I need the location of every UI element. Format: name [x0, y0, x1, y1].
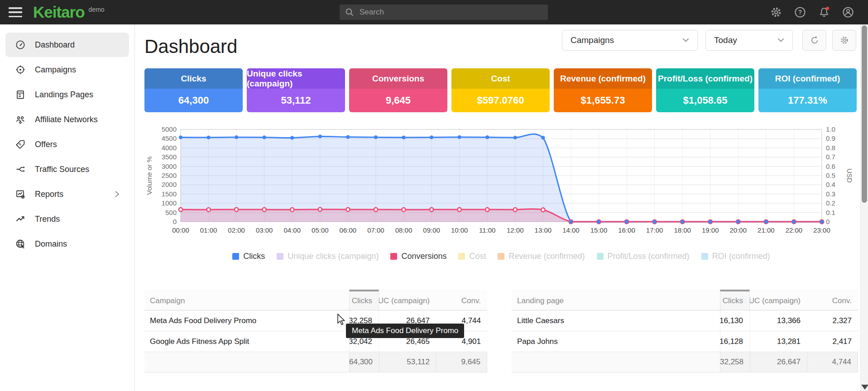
menu-icon[interactable] [9, 7, 22, 17]
dashboard-settings-button[interactable] [832, 30, 856, 51]
svg-text:09:00: 09:00 [423, 226, 440, 234]
svg-text:0: 0 [173, 218, 177, 225]
column-header-clicks[interactable]: Clicks [349, 290, 379, 310]
sidebar-item-label: Reports [35, 190, 63, 199]
scrollbar-thumb[interactable] [862, 25, 867, 203]
stat-card-roi: ROI (confirmed) 177.31% [758, 68, 857, 112]
people-icon [15, 114, 26, 125]
page: Keitaro demo ? [0, 0, 868, 391]
svg-text:0.1: 0.1 [826, 209, 835, 216]
search-bar[interactable] [340, 5, 548, 20]
table-header-row: Landing pageClicksUC (campaign)Conv. [512, 290, 858, 310]
topbar: Keitaro demo ? [0, 0, 868, 24]
sidebar-item-offers[interactable]: S Offers [5, 132, 129, 157]
column-header-conv[interactable]: Conv. [807, 290, 858, 310]
legend-label: ROI (confirmed) [712, 252, 770, 261]
legend-label: Clicks [243, 252, 265, 261]
svg-text:3000: 3000 [162, 162, 177, 170]
target-icon [15, 64, 26, 75]
legend-label: Cost [469, 252, 486, 261]
column-header-clicks[interactable]: Clicks [720, 290, 750, 310]
svg-text:0.7: 0.7 [826, 153, 835, 161]
refresh-icon [809, 35, 820, 46]
svg-text:1000: 1000 [162, 199, 177, 207]
svg-text:16:00: 16:00 [618, 226, 635, 234]
stat-card-value: 177.31% [758, 89, 857, 112]
column-header-uc-campaign[interactable]: UC (campaign) [379, 290, 436, 310]
help-icon[interactable]: ? [794, 6, 806, 19]
table-row[interactable]: Little Caesars16,13013,3662,327 [512, 310, 858, 331]
sidebar-item-campaigns[interactable]: Campaigns [5, 57, 129, 82]
totals-value-cell: 32,258 [720, 352, 750, 372]
scrollbar[interactable] [860, 24, 868, 391]
svg-text:17:00: 17:00 [646, 226, 663, 234]
totals-value-cell: 53,112 [379, 352, 436, 372]
landing-pages-table: Landing pageClicksUC (campaign)Conv.Litt… [512, 290, 858, 372]
table-row[interactable]: Papa Johns16,12813,2812,417 [512, 331, 858, 352]
svg-text:?: ? [798, 9, 802, 16]
column-header-conv[interactable]: Conv. [436, 290, 487, 310]
notifications-icon[interactable] [818, 6, 830, 19]
row-name-cell[interactable]: Meta Ads Food Delivery Promo [144, 310, 349, 331]
y-axis-right-label: USD [846, 168, 854, 183]
svg-text:11:00: 11:00 [479, 226, 495, 234]
svg-text:0.3: 0.3 [826, 190, 835, 198]
stat-card-revenue: Revenue (confirmed) $1,655.73 [554, 68, 652, 112]
refresh-button[interactable] [802, 30, 826, 51]
stat-card-label: Revenue (confirmed) [554, 68, 652, 89]
totals-value-cell: 64,300 [349, 352, 379, 372]
sidebar-item-label: Offers [35, 140, 57, 149]
legend-item-revenue-confirmed[interactable]: Revenue (confirmed) [498, 252, 585, 261]
row-name-cell[interactable]: Papa Johns [512, 331, 720, 352]
stat-card-value: 9,645 [349, 89, 447, 112]
totals-value-cell: 4,744 [807, 352, 858, 372]
app-logo[interactable]: Keitaro [33, 3, 85, 21]
legend-item-unique-clicks-campaign[interactable]: Unique clicks (campaign) [277, 252, 379, 261]
column-header-name[interactable]: Campaign [144, 290, 349, 310]
sidebar-item-dashboard[interactable]: Dashboard [5, 33, 129, 57]
totals-empty-cell [512, 352, 720, 372]
row-name-cell[interactable]: Google Ads Fitness App Split [144, 331, 349, 352]
legend-item-roi-confirmed[interactable]: ROI (confirmed) [701, 252, 770, 261]
stat-card-label: Cost [451, 68, 550, 89]
search-input[interactable] [360, 8, 532, 17]
settings-icon[interactable] [770, 6, 782, 19]
sidebar-item-traffic-sources[interactable]: Traffic Sources [5, 157, 129, 181]
search-icon [345, 8, 354, 17]
svg-text:0.5: 0.5 [826, 172, 835, 179]
sidebar-item-trends[interactable]: Trends [5, 207, 129, 231]
chart-legend: ClicksUnique clicks (campaign)Conversion… [144, 252, 858, 261]
account-icon[interactable] [842, 6, 854, 19]
legend-swatch [232, 253, 239, 260]
date-range-select[interactable]: Today [705, 30, 793, 51]
table-body: Little Caesars16,13013,3662,327Papa John… [512, 310, 858, 352]
sidebar-item-domains[interactable]: Domains [5, 232, 129, 256]
sidebar-item-label: Domains [35, 239, 67, 249]
svg-text:0.8: 0.8 [826, 144, 835, 152]
legend-swatch [597, 253, 604, 260]
campaigns-filter-select[interactable]: Campaigns [562, 30, 698, 51]
row-name-cell[interactable]: Little Caesars [512, 310, 720, 331]
svg-text:07:00: 07:00 [367, 226, 384, 234]
legend-label: Conversions [401, 252, 446, 261]
stat-card-value: $1,655.73 [554, 89, 652, 112]
svg-text:S: S [18, 142, 22, 147]
scroll-down-arrow[interactable] [861, 385, 868, 390]
column-header-uc-campaign[interactable]: UC (campaign) [750, 290, 807, 310]
sidebar-item-affiliate-networks[interactable]: Affiliate Networks [5, 107, 129, 132]
sidebar-item-landings-pages[interactable]: Landings Pages [5, 82, 129, 107]
svg-text:0.6: 0.6 [826, 162, 835, 170]
svg-text:04:00: 04:00 [283, 226, 301, 234]
sidebar-item-label: Affiliate Networks [35, 115, 98, 124]
legend-item-profit-loss-confirmed[interactable]: Profit/Loss (confirmed) [597, 252, 690, 261]
sidebar-item-reports[interactable]: Reports [5, 182, 129, 206]
svg-text:3500: 3500 [162, 153, 177, 161]
svg-text:15:00: 15:00 [590, 226, 608, 234]
legend-item-cost[interactable]: Cost [458, 252, 486, 261]
svg-text:06:00: 06:00 [340, 226, 357, 234]
column-header-name[interactable]: Landing page [512, 290, 720, 310]
legend-item-clicks[interactable]: Clicks [232, 252, 265, 261]
svg-text:20:00: 20:00 [730, 226, 747, 234]
svg-text:03:00: 03:00 [256, 226, 273, 234]
legend-item-conversions[interactable]: Conversions [390, 252, 446, 261]
